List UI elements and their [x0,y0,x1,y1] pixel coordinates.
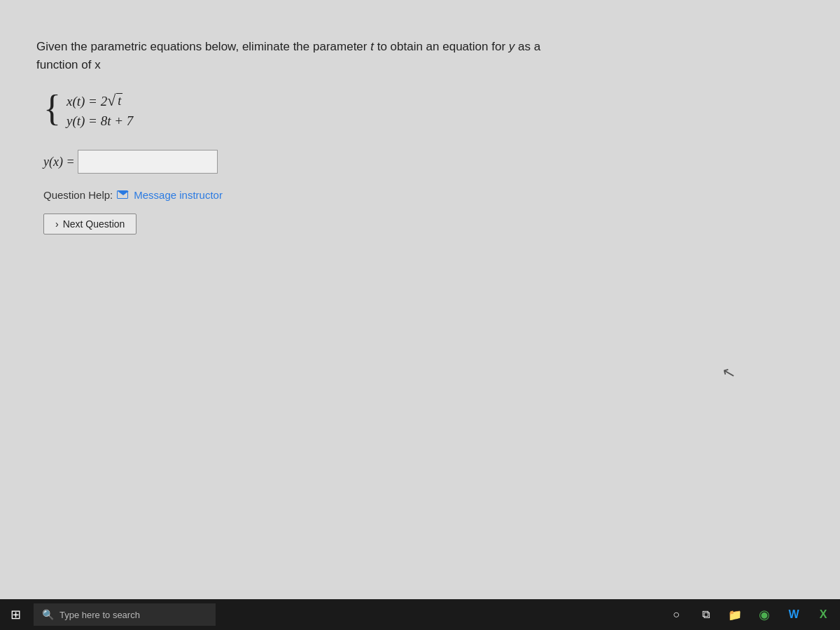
equation-1: x(t) = 2√t [66,93,133,109]
folder-icon: 📁 [728,608,742,622]
answer-input[interactable] [78,150,218,174]
excel-icon: X [820,608,827,621]
search-bar[interactable]: 🔍 Type here to search [34,603,216,626]
file-manager-button[interactable]: 📁 [721,599,749,630]
taskbar: ⊞ 🔍 Type here to search ○ ⧉ 📁 ◉ W X [0,599,840,630]
equation-2: y(t) = 8t + 7 [66,113,133,129]
help-row: Question Help: Message instructor [43,189,809,201]
taskbar-search-icon: 🔍 [42,609,54,621]
taskbar-search-text: Type here to search [59,610,140,620]
message-instructor-link[interactable]: Message instructor [134,189,223,201]
chrome-icon: ◉ [759,607,770,622]
excel-button[interactable]: X [809,599,837,630]
help-label: Question Help: [43,189,113,201]
cortana-icon: ○ [673,608,680,621]
question-text: Given the parametric equations below, el… [36,38,809,74]
equations-block: { x(t) = 2√t y(t) = 8t + 7 [43,93,809,129]
answer-row: y(x) = [43,150,809,174]
chrome-button[interactable]: ◉ [750,599,778,630]
windows-logo-icon: ⊞ [10,607,21,622]
next-question-label: Next Question [63,218,125,230]
chevron-icon: › [55,218,59,230]
cortana-button[interactable]: ○ [662,599,690,630]
envelope-icon [117,190,128,199]
equations-list: x(t) = 2√t y(t) = 8t + 7 [66,93,133,129]
task-view-button[interactable]: ⧉ [692,599,720,630]
word-icon: W [788,608,799,621]
word-button[interactable]: W [780,599,808,630]
next-question-button[interactable]: › Next Question [43,214,136,234]
main-content-area: Given the parametric equations below, el… [0,0,840,599]
brace-symbol: { [43,90,61,127]
task-view-icon: ⧉ [702,608,710,621]
content-area: Given the parametric equations below, el… [20,21,826,248]
start-button[interactable]: ⊞ [0,599,31,630]
taskbar-right-area: ○ ⧉ 📁 ◉ W X [662,599,840,630]
answer-label: y(x) = [43,155,75,169]
